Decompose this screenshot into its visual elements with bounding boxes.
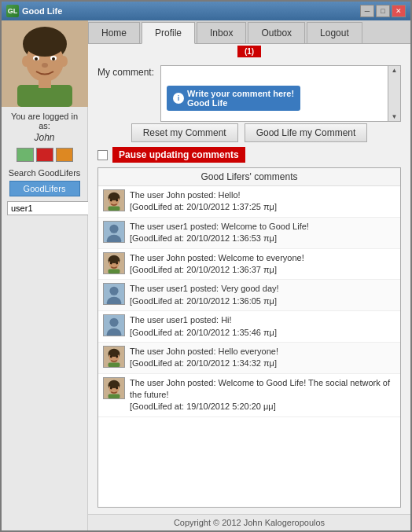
svg-point-22 [109,224,118,233]
title-bar-left: GL Good Life [6,5,62,17]
comment-item: The user John posted: Welcome to Good Li… [98,374,400,417]
footer: Copyright © 2012 John Kalogeropoulos [88,514,410,530]
comment-timestamp: [GoodLifed at: 20/10/2012 1:36:37 πμ] [130,265,277,274]
svg-point-35 [109,318,118,327]
goodlifers-button[interactable]: GoodLifers [9,181,80,196]
avatar [2,20,88,107]
tab-profile[interactable]: Profile [142,22,195,44]
reset-comment-button[interactable]: Reset my Comment [131,123,238,142]
main-panel: Home Profile Inbox Outbox Logout (1) My … [88,20,410,530]
panel-content: My comment: ▲ ▼ i Write your comme [88,59,410,514]
svg-point-18 [110,200,112,202]
comment-main-text: The user John posted: Welcome to Good Li… [130,378,390,399]
search-row: ▶ [7,201,82,215]
svg-point-40 [109,350,120,357]
nav-tabs: Home Profile Inbox Outbox Logout [88,20,410,44]
comment-text: The user John posted: Welcome to everyon… [130,252,395,277]
svg-rect-43 [109,362,120,367]
comment-avatar [103,346,125,368]
svg-point-5 [22,56,30,67]
close-button[interactable]: ✕ [392,5,406,17]
comment-item: The user John posted: Hello![GoodLifed a… [98,186,400,218]
comment-item: The user user1 posted: Hi![GoodLifed at:… [98,311,400,343]
scroll-up-icon[interactable]: ▲ [392,67,398,74]
search-goodlifers-label: Search GoodLifers [9,168,81,178]
svg-point-42 [116,356,118,358]
svg-rect-13 [39,79,51,88]
window-title: Good Life [22,6,62,16]
tab-logout[interactable]: Logout [307,22,362,43]
comment-timestamp: [GoodLifed at: 19/10/2012 5:20:20 μμ] [130,402,276,411]
comment-avatar [103,252,125,274]
comment-main-text: The user John posted: Hello! [130,190,241,200]
comment-timestamp: [GoodLifed at: 20/10/2012 1:35:46 πμ] [130,328,277,337]
comment-avatar [103,283,125,305]
comment-avatar [103,314,125,336]
svg-rect-50 [109,394,120,398]
tooltip-text-container: Write your comment here! Good Life [187,89,294,108]
swatch-orange[interactable] [56,148,73,162]
textarea-scrollbar[interactable]: ▲ ▼ [388,66,400,121]
svg-rect-12 [17,85,72,107]
comment-item: The user John posted: Hello everyone![Go… [98,343,400,374]
svg-point-41 [110,356,112,358]
svg-point-48 [110,387,112,389]
comment-timestamp: [GoodLifed at: 20/10/2012 1:36:05 πμ] [130,296,277,306]
comment-text: The user user1 posted: Very good day![Go… [130,283,395,307]
comment-timestamp: [GoodLifed at: 20/10/2012 1:36:53 πμ] [130,233,277,243]
svg-point-11 [42,63,48,68]
color-swatches [17,148,73,162]
comment-item: The user John posted: Welcome to everyon… [98,249,400,281]
comments-box: Good Lifers' comments The user John post… [97,167,401,508]
comments-header: Good Lifers' comments [98,168,400,186]
title-bar: GL Good Life ─ □ ✕ [2,2,410,20]
comment-text: The user user1 posted: Hi![GoodLifed at:… [130,314,395,339]
app-window: GL Good Life ─ □ ✕ [0,0,412,532]
tab-home[interactable]: Home [88,22,140,43]
swatch-green[interactable] [17,148,34,162]
pause-checkbox[interactable] [97,150,108,160]
svg-rect-20 [109,206,120,211]
tooltip-box: i Write your comment here! Good Life [167,86,300,111]
svg-point-29 [116,262,118,264]
comment-main-text: The user user1 posted: Hi! [130,315,232,325]
comment-text: The user John posted: Welcome to Good Li… [130,377,395,413]
tab-outbox[interactable]: Outbox [248,22,305,43]
comment-main-text: The user John posted: Welcome to everyon… [130,253,304,262]
comment-avatar [103,189,125,211]
tooltip-line1: Write your comment here! [187,89,294,98]
minimize-button[interactable]: ─ [360,5,374,17]
comment-main-text: The user user1 posted: Welcome to Good L… [130,222,309,231]
comments-list[interactable]: The user John posted: Hello![GoodLifed a… [98,186,400,507]
inbox-badge-row: (1) [88,44,410,59]
logged-in-text: You are logged in as: [2,107,87,132]
inbox-badge: (1) [237,46,261,57]
svg-point-4 [24,28,65,57]
comment-timestamp: [GoodLifed at: 20/10/2012 1:37:25 πμ] [130,202,277,211]
comment-text: The user user1 posted: Welcome to Good L… [130,221,395,245]
comment-timestamp: [GoodLifed at: 20/10/2012 1:34:32 πμ] [130,358,277,368]
svg-point-17 [109,193,120,200]
pause-label: Pause updating comments [112,147,245,163]
comment-main-text: The user John posted: Hello everyone! [130,347,278,356]
goodlife-comment-button[interactable]: Good Life my Comment [245,123,368,142]
svg-point-28 [110,262,112,264]
svg-point-9 [35,57,38,61]
tooltip-line2: Good Life [187,98,294,108]
comment-item: The user user1 posted: Welcome to Good L… [98,218,400,249]
comment-avatar [103,221,125,243]
svg-point-32 [109,287,118,295]
window-controls: ─ □ ✕ [360,5,406,17]
comment-item: The user user1 posted: Very good day![Go… [98,280,400,311]
tab-inbox[interactable]: Inbox [197,22,246,43]
swatch-red[interactable] [36,148,53,162]
content-area: You are logged in as: John Search GoodLi… [2,20,410,530]
maximize-button[interactable]: □ [376,5,390,17]
pause-row: Pause updating comments [97,147,401,163]
scroll-down-icon[interactable]: ▼ [392,113,398,120]
action-buttons: Reset my Comment Good Life my Comment [97,123,401,142]
svg-point-49 [116,387,118,389]
username-display: John [34,132,54,143]
svg-point-6 [60,56,68,67]
svg-point-19 [116,200,118,202]
